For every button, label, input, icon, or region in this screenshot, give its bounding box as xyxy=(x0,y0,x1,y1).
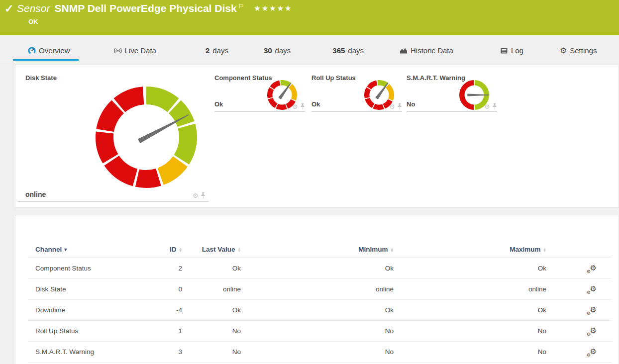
id-cell: 1 xyxy=(145,327,182,335)
table-row[interactable]: Roll Up Status1NoNoNo⚙⚙ xyxy=(28,321,612,342)
channel-settings-icon[interactable]: ⚙⚙ xyxy=(587,285,597,294)
channel-settings-icon[interactable]: ⚙⚙ xyxy=(587,306,597,315)
row-actions: ⚙⚙ xyxy=(546,327,612,336)
gear-icon: ⚙ xyxy=(590,347,597,356)
row-actions: ⚙⚙ xyxy=(546,264,612,273)
tab-overview[interactable]: Overview xyxy=(26,46,72,62)
panel-divider xyxy=(407,111,497,112)
last-value-cell: No xyxy=(182,327,241,335)
minimum-cell: Ok xyxy=(241,265,394,272)
gear-icon: ⚙ xyxy=(590,326,597,335)
tab-30-days[interactable]: 30 days xyxy=(262,46,293,62)
tab-label: Historic Data xyxy=(411,46,453,55)
table-row[interactable]: Disk State0onlineonlineonline⚙⚙ xyxy=(28,279,612,300)
gear-icon[interactable]: ⚙ xyxy=(484,103,490,110)
pin-icon[interactable] xyxy=(201,192,206,199)
tab-2-days[interactable]: 2 days xyxy=(204,46,230,62)
gear-icon: ⚙ xyxy=(587,290,591,295)
last-value-cell: online xyxy=(182,285,241,293)
channel-settings-icon[interactable]: ⚙⚙ xyxy=(587,264,597,273)
gear-icon: ⚙ xyxy=(590,264,597,273)
table-row[interactable]: S.M.A.R.T. Warning3NoNoNo⚙⚙ xyxy=(28,342,612,363)
tab-label: days xyxy=(275,46,291,55)
area-chart-icon xyxy=(400,47,408,55)
row-actions: ⚙⚙ xyxy=(546,348,612,357)
tab-number: 2 xyxy=(206,46,209,55)
sensor-header: ✓ SensorSNMP Dell PowerEdge Physical Dis… xyxy=(0,0,619,35)
column-header-maximum[interactable]: Maximum ▲▼ xyxy=(394,246,546,253)
disk-state-value: online xyxy=(25,190,46,198)
pin-icon[interactable] xyxy=(492,103,498,110)
tab-label: Overview xyxy=(39,46,70,55)
last-value-cell: No xyxy=(182,348,241,356)
gear-icon[interactable]: ⚙ xyxy=(389,103,395,110)
tab-live-data[interactable]: Live Data xyxy=(112,46,158,62)
gear-icon: ⚙ xyxy=(590,305,597,314)
table-row[interactable]: Downtime-4OkOkOk⚙⚙ xyxy=(28,300,612,321)
component-status-value: Ok xyxy=(214,100,223,108)
pin-icon[interactable] xyxy=(300,103,306,110)
page-title: SNMP Dell PowerEdge Physical Disk xyxy=(55,2,237,14)
gear-icon: ⚙ xyxy=(587,353,591,358)
minimum-cell: online xyxy=(241,285,394,293)
channel-cell: Roll Up Status xyxy=(35,327,145,335)
maximum-cell: Ok xyxy=(394,265,546,272)
rollup-status-title: Roll Up Status xyxy=(311,74,356,82)
disk-state-title: Disk State xyxy=(25,74,57,82)
tab-log[interactable]: Log xyxy=(498,46,525,62)
tab-label: Settings xyxy=(570,46,597,55)
column-header-channel[interactable]: Channel ▾ xyxy=(35,246,145,253)
channel-settings-icon[interactable]: ⚙⚙ xyxy=(587,348,597,357)
minimum-cell: Ok xyxy=(241,306,394,314)
pin-icon[interactable] xyxy=(397,103,403,110)
overview-gauges-card: Disk State online ⚙ Component Status Ok … xyxy=(15,65,619,208)
tab-historic-data[interactable]: Historic Data xyxy=(398,46,455,62)
last-value-cell: Ok xyxy=(182,265,241,272)
tab-label: days xyxy=(348,46,364,55)
smart-warning-value: No xyxy=(407,100,415,108)
gear-icon[interactable]: ⚙ xyxy=(193,192,199,199)
id-cell: -4 xyxy=(145,306,182,314)
gear-icon: ⚙ xyxy=(590,284,597,293)
object-type-label: Sensor xyxy=(17,2,50,14)
channel-cell: S.M.A.R.T. Warning xyxy=(35,348,145,356)
disk-state-gauge xyxy=(94,85,199,189)
gear-icon[interactable]: ⚙ xyxy=(292,103,298,110)
flag-icon[interactable]: ⚐ xyxy=(238,2,244,10)
sort-icon: ▲▼ xyxy=(543,247,546,252)
row-actions: ⚙⚙ xyxy=(546,285,612,294)
priority-stars[interactable]: ★★★★★ xyxy=(254,4,292,12)
settings-gear-icon: ⚙ xyxy=(560,47,567,55)
channels-table: Channel ▾ ID ▲▼ Last Value ▲▼ Minimum ▲▼… xyxy=(15,215,619,363)
column-header-last-value[interactable]: Last Value ▲▼ xyxy=(182,246,241,253)
sort-desc-icon: ▾ xyxy=(64,247,67,252)
status-check-icon: ✓ xyxy=(4,2,13,15)
tab-label: Log xyxy=(511,46,523,55)
channel-settings-icon[interactable]: ⚙⚙ xyxy=(587,327,597,336)
maximum-cell: No xyxy=(394,348,546,356)
log-list-icon xyxy=(500,47,508,55)
id-cell: 2 xyxy=(145,265,182,272)
panel-divider xyxy=(214,111,305,112)
gauge-icon xyxy=(28,47,36,55)
tab-bar: Overview Live Data 2 days 30 days 365 da… xyxy=(0,35,619,62)
last-value-cell: Ok xyxy=(182,306,241,314)
panel-divider xyxy=(18,201,208,202)
column-header-minimum[interactable]: Minimum ▲▼ xyxy=(241,246,394,253)
tab-number: 30 xyxy=(264,46,272,55)
channel-cell: Component Status xyxy=(35,265,145,272)
maximum-cell: No xyxy=(394,327,546,335)
table-row[interactable]: Component Status2OkOkOk⚙⚙ xyxy=(28,258,612,279)
column-header-id[interactable]: ID ▲▼ xyxy=(145,246,182,253)
tab-365-days[interactable]: 365 days xyxy=(330,46,366,62)
component-status-title: Component Status xyxy=(214,74,272,82)
table-header-row: Channel ▾ ID ▲▼ Last Value ▲▼ Minimum ▲▼… xyxy=(28,241,612,258)
gear-icon: ⚙ xyxy=(587,332,591,337)
tab-settings[interactable]: ⚙ Settings xyxy=(558,46,599,62)
id-cell: 3 xyxy=(145,348,182,356)
channel-cell: Disk State xyxy=(35,285,145,293)
tab-label: Live Data xyxy=(125,46,156,55)
minimum-cell: No xyxy=(241,348,394,356)
status-badge: OK xyxy=(28,18,38,25)
panel-divider xyxy=(311,111,402,112)
